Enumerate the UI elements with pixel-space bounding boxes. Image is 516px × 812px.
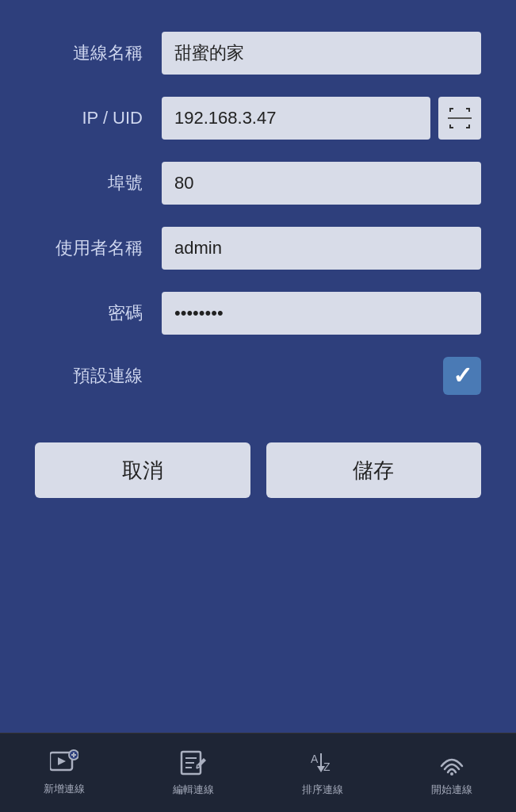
username-input-wrap	[162, 227, 481, 270]
password-label: 密碼	[35, 301, 162, 325]
nav-item-add-connection[interactable]: 新增連線	[0, 733, 129, 812]
svg-rect-8	[448, 117, 472, 119]
cancel-button[interactable]: 取消	[35, 442, 250, 498]
connection-name-input-wrap	[162, 32, 481, 75]
password-row: 密碼	[35, 292, 481, 335]
svg-rect-1	[449, 108, 451, 112]
edit-connection-icon	[180, 749, 207, 779]
sort-connection-icon: A Z	[309, 749, 336, 779]
svg-rect-7	[468, 124, 470, 128]
svg-point-25	[450, 772, 453, 776]
svg-marker-10	[58, 757, 66, 765]
port-input-wrap	[162, 162, 481, 205]
username-row: 使用者名稱	[35, 227, 481, 270]
ip-uid-row: IP / UID	[35, 97, 481, 140]
svg-text:A: A	[311, 753, 319, 765]
bottom-nav: 新增連線 編輯連線 A Z 排序連線	[0, 733, 516, 812]
ip-uid-input[interactable]	[162, 97, 430, 140]
add-connection-label: 新增連線	[44, 782, 85, 796]
port-label: 埠號	[35, 171, 162, 195]
edit-connection-label: 編輯連線	[173, 783, 214, 797]
port-input[interactable]	[162, 162, 481, 205]
qr-code-icon	[448, 106, 472, 130]
nav-item-sort-connection[interactable]: A Z 排序連線	[258, 733, 388, 812]
nav-item-start-connection[interactable]: 開始連線	[387, 733, 516, 812]
connection-name-label: 連線名稱	[35, 41, 162, 65]
checkmark-icon: ✓	[453, 364, 472, 388]
username-input[interactable]	[162, 227, 481, 270]
password-input[interactable]	[162, 292, 481, 335]
add-connection-icon	[50, 749, 78, 779]
username-label: 使用者名稱	[35, 236, 162, 260]
default-connection-checkbox[interactable]: ✓	[443, 357, 481, 395]
checkbox-wrap: ✓	[162, 357, 481, 395]
connection-name-row: 連線名稱	[35, 32, 481, 75]
svg-marker-18	[197, 758, 206, 767]
default-connection-label: 預設連線	[35, 364, 162, 388]
svg-rect-5	[449, 124, 451, 128]
qr-scan-button[interactable]	[438, 97, 481, 140]
nav-item-edit-connection[interactable]: 編輯連線	[129, 733, 258, 812]
start-connection-label: 開始連線	[431, 783, 472, 797]
connection-name-input[interactable]	[162, 32, 481, 75]
ip-uid-label: IP / UID	[35, 108, 162, 128]
sort-connection-label: 排序連線	[302, 783, 343, 797]
svg-rect-3	[468, 108, 470, 112]
start-connection-icon	[438, 749, 465, 779]
port-row: 埠號	[35, 162, 481, 205]
ip-uid-input-wrap	[162, 97, 481, 140]
save-button[interactable]: 儲存	[266, 442, 482, 498]
password-input-wrap	[162, 292, 481, 335]
action-buttons: 取消 儲存	[35, 442, 481, 498]
default-connection-row: 預設連線 ✓	[35, 357, 481, 395]
